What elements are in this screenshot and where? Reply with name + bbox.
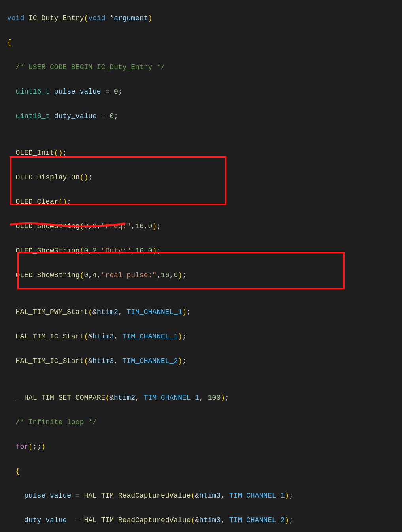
- comment: /* Infinite loop */: [16, 418, 97, 426]
- comment: /* USER CODE BEGIN IC_Duty_Entry */: [16, 63, 165, 71]
- fn-name: IC_Duty_Entry: [28, 14, 84, 22]
- code-editor: void IC_Duty_Entry(void *argument) { /* …: [0, 0, 402, 532]
- open-brace: {: [7, 39, 11, 47]
- keyword: void: [7, 14, 24, 22]
